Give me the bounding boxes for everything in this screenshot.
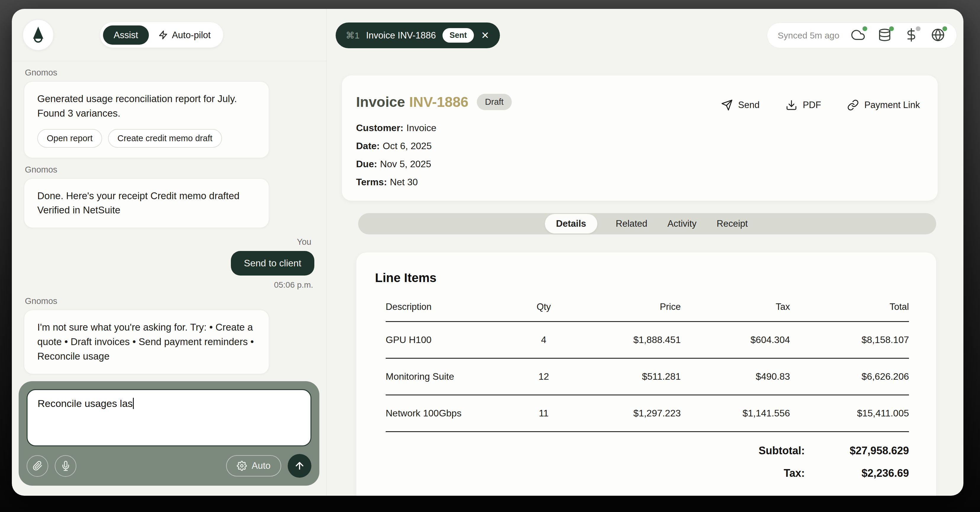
billing-sync-icon[interactable]	[905, 28, 920, 43]
cloud-sync-icon[interactable]	[851, 28, 866, 43]
message-actions: Open report Create credit memo draft	[37, 129, 256, 148]
line-items-card: Line Items Description Qty Price Tax Tot…	[356, 253, 936, 496]
payment-link-button[interactable]: Payment Link	[847, 99, 920, 111]
voice-button[interactable]	[55, 455, 76, 477]
send-invoice-button[interactable]: Send	[721, 99, 759, 111]
gnome-hat-icon	[29, 25, 48, 45]
main-top-bar: ⌘1 Invoice INV-1886 Sent ✕ Synced 5m ago	[326, 9, 963, 75]
tab-activity[interactable]: Activity	[666, 218, 698, 229]
create-credit-memo-button[interactable]: Create credit memo draft	[108, 129, 222, 148]
database-sync-icon[interactable]	[878, 28, 892, 43]
tab-shortcut: ⌘1	[346, 30, 360, 41]
user-message: Send to client	[231, 251, 314, 275]
microphone-icon	[60, 461, 71, 471]
paper-plane-icon	[721, 99, 733, 111]
table-row: GPU H100 4 $1,888.451 $604.304 $8,158.10…	[386, 322, 909, 359]
sender-label: Gnomos	[25, 296, 314, 306]
table-row: Network 100Gbps 11 $1,297.223 $1,141.556…	[386, 395, 909, 432]
message-text: Generated usage reconciliation report fo…	[37, 92, 256, 121]
sender-label: Gnomos	[25, 165, 314, 175]
message-list: Gnomos Generated usage reconciliation re…	[12, 61, 326, 376]
sync-status-text: Synced 5m ago	[778, 30, 839, 41]
chat-panel: Assist Auto-pilot Gnomos Generated usage…	[12, 9, 326, 496]
user-message-row: Send to client	[24, 251, 314, 275]
invoice-number: INV-1886	[409, 94, 468, 110]
tab-title: Invoice INV-1886	[366, 30, 436, 41]
autopilot-tab[interactable]: Auto-pilot	[149, 25, 220, 45]
arrow-up-icon	[294, 460, 305, 471]
web-sync-icon[interactable]	[931, 28, 946, 43]
autopilot-label: Auto-pilot	[172, 30, 211, 40]
invoice-view-tabs: Details Related Activity Receipt	[358, 213, 936, 234]
invoice-actions: Send PDF Payment Link	[721, 99, 920, 111]
table-header-row: Description Qty Price Tax Total	[386, 302, 909, 322]
link-icon	[847, 99, 859, 111]
tab-details[interactable]: Details	[545, 214, 598, 234]
app-window: Assist Auto-pilot Gnomos Generated usage…	[12, 9, 963, 496]
message-text: I'm not sure what you're asking for. Try…	[37, 320, 256, 363]
col-price: Price	[578, 302, 681, 312]
auto-mode-label: Auto	[251, 461, 270, 471]
download-pdf-button[interactable]: PDF	[786, 99, 821, 111]
line-items-title: Line Items	[375, 271, 909, 285]
message-text: Done. Here's your receipt Credit memo dr…	[37, 189, 256, 218]
attach-button[interactable]	[27, 455, 48, 477]
sender-label-you: You	[24, 237, 311, 247]
col-total: Total	[790, 302, 909, 312]
document-tab[interactable]: ⌘1 Invoice INV-1886 Sent ✕	[336, 22, 500, 48]
assistant-message: Generated usage reconciliation report fo…	[24, 81, 269, 158]
assistant-message: Done. Here's your receipt Credit memo dr…	[24, 178, 269, 229]
status-dot-green	[942, 26, 947, 31]
message-input-value: Reconcile usages las	[38, 398, 133, 409]
invoice-panel: ⌘1 Invoice INV-1886 Sent ✕ Synced 5m ago	[326, 9, 963, 496]
draft-status-badge: Draft	[477, 94, 512, 110]
bolt-icon	[158, 30, 168, 40]
paperclip-icon	[33, 461, 43, 471]
composer: Reconcile usages las Auto	[19, 381, 319, 486]
sender-label: Gnomos	[25, 68, 314, 78]
col-tax: Tax	[681, 302, 790, 312]
sent-status-badge: Sent	[442, 28, 474, 43]
text-cursor	[133, 398, 134, 409]
message-timestamp: 05:06 p.m.	[24, 280, 313, 290]
invoice-title: InvoiceINV-1886	[356, 94, 469, 110]
gnomos-logo	[22, 19, 54, 51]
tax-row: Tax: $2,236.69	[375, 467, 909, 479]
sync-status-pill: Synced 5m ago	[767, 22, 957, 48]
gear-icon	[237, 461, 247, 471]
invoice-summary-card: InvoiceINV-1886 Draft Send PDF Payment L…	[342, 75, 938, 201]
pdf-label: PDF	[803, 100, 821, 110]
close-icon[interactable]: ✕	[480, 30, 490, 40]
message-input[interactable]: Reconcile usages las	[27, 389, 311, 446]
invoice-fields: Customer:Invoice Date:Oct 6, 2025 Due:No…	[356, 122, 920, 188]
chat-header: Assist Auto-pilot	[12, 9, 326, 61]
status-dot-green	[889, 26, 894, 31]
assist-tab[interactable]: Assist	[103, 25, 149, 45]
invoice-title-label: Invoice	[356, 94, 405, 110]
assistant-message: I'm not sure what you're asking for. Try…	[24, 310, 269, 374]
date-field: Date:Oct 6, 2025	[356, 141, 920, 151]
terms-field: Terms:Net 30	[356, 176, 920, 188]
subtotal-row: Subtotal: $27,958.629	[375, 445, 909, 457]
line-items-table: Description Qty Price Tax Total GPU H100…	[386, 302, 909, 432]
due-field: Due:Nov 5, 2025	[356, 159, 920, 170]
auto-mode-button[interactable]: Auto	[226, 455, 281, 477]
download-icon	[786, 99, 797, 111]
tab-related[interactable]: Related	[614, 218, 649, 229]
status-dot-green	[862, 26, 867, 31]
table-row: Monitoring Suite 12 $511.281 $490.83 $6,…	[386, 359, 909, 395]
status-dot-gray	[916, 26, 921, 31]
send-label: Send	[738, 100, 759, 110]
send-message-button[interactable]	[288, 454, 311, 478]
col-description: Description	[386, 302, 510, 312]
col-qty: Qty	[510, 302, 578, 312]
customer-field: Customer:Invoice	[356, 122, 920, 134]
payment-link-label: Payment Link	[864, 100, 920, 110]
composer-toolbar: Auto	[27, 454, 311, 478]
mode-switch: Assist Auto-pilot	[100, 22, 223, 48]
open-report-button[interactable]: Open report	[37, 129, 102, 148]
totals-section: Subtotal: $27,958.629 Tax: $2,236.69	[375, 445, 909, 479]
tab-receipt[interactable]: Receipt	[715, 218, 749, 229]
